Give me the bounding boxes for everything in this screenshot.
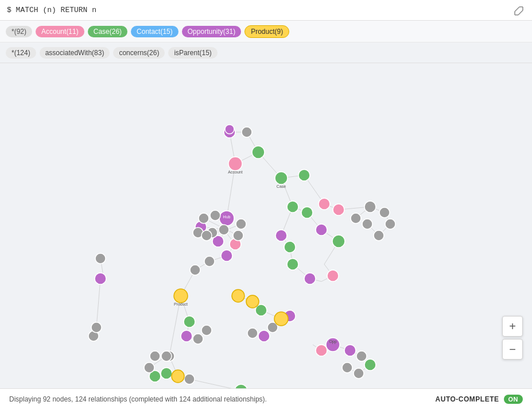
- svg-point-151: [232, 290, 244, 302]
- svg-point-94: [284, 241, 296, 253]
- status-bar: Displaying 92 nodes, 124 relationships (…: [0, 388, 532, 409]
- svg-point-152: [246, 295, 259, 308]
- svg-point-106: [275, 230, 287, 241]
- svg-point-115: [304, 273, 316, 284]
- svg-text:Account: Account: [228, 170, 242, 174]
- svg-point-109: [344, 345, 356, 356]
- svg-point-84: [316, 345, 327, 356]
- filter-case[interactable]: Case(26): [88, 26, 127, 37]
- filter-all[interactable]: *(92): [6, 26, 32, 37]
- svg-point-129: [379, 207, 390, 218]
- svg-point-81: [319, 198, 330, 210]
- collapse-button[interactable]: [512, 5, 525, 17]
- svg-point-136: [144, 362, 154, 373]
- svg-point-138: [161, 351, 172, 361]
- svg-point-91: [301, 207, 313, 218]
- svg-point-146: [193, 334, 203, 344]
- opportunity-nodes: [95, 126, 356, 356]
- svg-point-143: [354, 368, 364, 379]
- svg-point-120: [210, 210, 220, 221]
- svg-point-80: [228, 157, 242, 171]
- svg-point-114: [258, 330, 270, 342]
- svg-point-92: [332, 235, 345, 248]
- svg-point-119: [199, 213, 209, 223]
- svg-point-88: [275, 172, 288, 184]
- svg-text:Case: Case: [277, 184, 286, 188]
- svg-point-154: [172, 370, 184, 383]
- svg-line-26: [189, 379, 241, 388]
- svg-point-121: [201, 230, 212, 241]
- svg-text:Opp: Opp: [329, 339, 336, 344]
- svg-point-105: [316, 224, 327, 236]
- svg-point-89: [298, 169, 310, 181]
- rel-concerns[interactable]: concerns(26): [113, 47, 165, 59]
- svg-line-4: [515, 7, 519, 11]
- filter-account[interactable]: Account(11): [36, 26, 84, 37]
- svg-text:Product: Product: [174, 302, 188, 306]
- svg-point-97: [184, 316, 195, 327]
- svg-point-147: [201, 325, 212, 335]
- node-filter-bar: *(92) Account(11) Case(26) Contact(15) O…: [0, 21, 532, 43]
- status-text: Displaying 92 nodes, 124 relationships (…: [9, 395, 267, 403]
- svg-point-155: [225, 125, 234, 134]
- svg-point-95: [235, 384, 247, 388]
- svg-point-142: [356, 351, 367, 361]
- svg-point-130: [385, 219, 395, 229]
- svg-point-132: [362, 219, 372, 229]
- svg-point-141: [91, 322, 102, 333]
- zoom-in-button[interactable]: +: [502, 316, 523, 337]
- zoom-controls: + −: [502, 316, 523, 360]
- toggle-on-badge[interactable]: ON: [504, 395, 523, 404]
- svg-point-126: [219, 225, 229, 235]
- svg-point-148: [247, 328, 258, 338]
- svg-point-113: [181, 330, 192, 342]
- svg-point-93: [287, 258, 298, 270]
- rel-isparent[interactable]: isParent(15): [168, 47, 217, 59]
- svg-line-5: [518, 10, 523, 15]
- graph-svg: Account Hub Case Product Opp: [0, 63, 532, 388]
- filter-product[interactable]: Product(9): [244, 25, 289, 38]
- svg-point-123: [236, 219, 246, 229]
- svg-point-128: [351, 213, 361, 223]
- filter-opportunity[interactable]: Opportunity(31): [182, 26, 241, 37]
- svg-point-150: [174, 289, 188, 303]
- svg-point-127: [364, 201, 376, 213]
- svg-point-153: [274, 312, 288, 326]
- svg-point-85: [327, 270, 339, 281]
- graph-canvas[interactable]: Account Hub Case Product Opp + −: [0, 63, 532, 388]
- svg-point-144: [342, 362, 352, 373]
- case-nodes: [149, 146, 376, 388]
- svg-point-101: [161, 368, 172, 379]
- svg-point-139: [95, 253, 106, 264]
- svg-point-90: [287, 201, 298, 213]
- query-text: $ MATCH (n) RETURN n: [7, 6, 96, 14]
- svg-point-87: [252, 146, 265, 159]
- query-bar: $ MATCH (n) RETURN n: [0, 0, 532, 21]
- rel-filter-bar: *(124) associatedWith(83) concerns(26) i…: [0, 43, 532, 63]
- rel-associated[interactable]: associatedWith(83): [40, 47, 110, 59]
- svg-point-104: [221, 250, 232, 261]
- svg-point-124: [204, 256, 215, 267]
- svg-point-137: [150, 351, 160, 361]
- svg-point-99: [364, 359, 376, 371]
- svg-point-122: [233, 230, 243, 241]
- svg-point-131: [374, 230, 384, 241]
- autocomplete-label: AUTO-COMPLETE: [436, 395, 499, 403]
- zoom-out-button[interactable]: −: [502, 339, 523, 360]
- rel-all[interactable]: *(124): [6, 47, 36, 59]
- filter-contact[interactable]: Contact(15): [131, 26, 178, 37]
- svg-point-135: [184, 374, 195, 384]
- svg-point-125: [190, 265, 200, 275]
- svg-point-82: [333, 204, 344, 215]
- svg-line-63: [96, 279, 100, 327]
- autocomplete-toggle[interactable]: AUTO-COMPLETE ON: [436, 395, 523, 404]
- svg-text:Hub: Hub: [223, 215, 231, 219]
- svg-point-116: [242, 127, 252, 137]
- svg-point-110: [95, 273, 106, 284]
